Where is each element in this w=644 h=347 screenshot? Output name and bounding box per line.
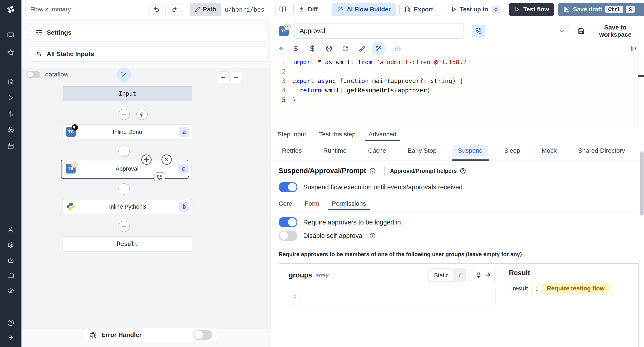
tab-mock[interactable]: Mock — [537, 141, 562, 160]
ai-wand-icon[interactable] — [372, 42, 384, 55]
redo-button[interactable] — [165, 3, 183, 16]
tab-advanced[interactable]: Advanced — [368, 128, 396, 141]
format-brush-icon[interactable] — [359, 45, 366, 52]
chevrons-up-down-icon[interactable] — [292, 294, 298, 300]
tab-retries[interactable]: Retries — [277, 141, 307, 160]
docs-button[interactable] — [276, 3, 290, 16]
tab-runtime[interactable]: Runtime — [318, 141, 352, 160]
field-type: array — [316, 272, 328, 278]
ai-step-wand-button[interactable] — [117, 68, 131, 82]
all-static-inputs-card[interactable]: All Static Inputs — [30, 46, 268, 62]
variables-icon[interactable] — [0, 109, 22, 119]
flow-settings-card[interactable]: Settings — [30, 25, 268, 40]
runs-icon[interactable] — [0, 93, 22, 102]
flow-node-inline-deno[interactable]: TS Inline Deno a — [62, 124, 192, 139]
tab-permissions[interactable]: Permissions — [332, 197, 366, 210]
settings-gear-icon[interactable] — [0, 240, 22, 250]
flow-node-input[interactable]: Input — [62, 86, 192, 101]
undo-button[interactable] — [148, 3, 165, 16]
reload-icon[interactable] — [342, 45, 349, 52]
tab-cache[interactable]: Cache — [363, 141, 391, 160]
library-icon[interactable] — [630, 45, 637, 52]
users-icon[interactable] — [0, 225, 22, 234]
tab-core[interactable]: Core — [278, 197, 292, 210]
windmill-logo[interactable] — [0, 0, 22, 19]
pencil-icon — [194, 6, 200, 12]
sliders-icon — [36, 29, 42, 36]
static-mode-button[interactable]: Static — [429, 270, 454, 281]
deploy-button-partial[interactable] — [638, 3, 644, 16]
error-handler-card[interactable]: Error Handler — [84, 328, 217, 342]
undo-redo-group — [148, 3, 183, 16]
tab-early-stop[interactable]: Early Stop — [403, 141, 442, 160]
add-trigger-button[interactable] — [136, 109, 148, 120]
folders-icon[interactable] — [0, 270, 22, 280]
panel-scrollbar[interactable] — [640, 151, 644, 216]
path-value[interactable]: u/henri/bes — [221, 3, 268, 16]
audit-eye-icon[interactable] — [0, 286, 22, 296]
approval-prompt-helpers-button[interactable]: Approval/Prompt helpers — [384, 164, 471, 177]
groups-array-editor — [289, 288, 496, 305]
diff-button[interactable]: Diff — [294, 3, 323, 16]
dataflow-toggle[interactable] — [26, 71, 40, 78]
tab-step-input[interactable]: Step Input — [278, 128, 306, 141]
move-node-button[interactable] — [141, 154, 152, 165]
tab-sleep[interactable]: Sleep — [499, 141, 525, 160]
save-to-workspace-label: Save to workspace — [588, 24, 643, 38]
path-group: Path u/henri/bes — [190, 3, 268, 16]
kbd-ctrl: Ctrl — [605, 6, 623, 13]
function-mode-button[interactable]: ƒ — [454, 270, 465, 281]
save-draft-button[interactable]: Save draft Ctrl S — [558, 3, 640, 16]
save-to-workspace-button[interactable]: Save to workspace — [576, 24, 644, 38]
package-icon[interactable] — [326, 45, 332, 52]
info-icon[interactable] — [370, 233, 376, 238]
test-up-to-button[interactable]: Test up to c — [446, 3, 505, 16]
apps-icon[interactable] — [0, 30, 22, 40]
suspend-phone-button[interactable] — [472, 25, 486, 37]
add-step-button[interactable] — [118, 109, 130, 120]
code-editor[interactable]: 1import * as wmill from "windmill-client… — [271, 55, 644, 128]
edit-path-button[interactable]: Path — [190, 3, 221, 16]
error-handler-toggle[interactable] — [194, 330, 212, 340]
ai-flow-builder-button[interactable]: AI Flow Builder — [332, 3, 396, 16]
info-icon[interactable] — [370, 168, 376, 174]
favorites-star-icon[interactable] — [0, 48, 22, 58]
tab-shared-directory[interactable]: Shared Directory — [573, 141, 630, 160]
dataflow-label: dataflow — [45, 71, 68, 78]
zoom-out-button[interactable]: − — [230, 72, 242, 83]
add-step-button[interactable] — [118, 183, 130, 194]
delete-node-button[interactable] — [162, 154, 172, 165]
language-select[interactable] — [490, 24, 569, 38]
phone-incoming-suspend-badge[interactable] — [154, 172, 165, 183]
flow-summary-input[interactable] — [26, 3, 140, 16]
groups-array-input[interactable] — [300, 290, 493, 303]
minimap-ruler[interactable] — [638, 55, 644, 128]
flow-node-inline-python[interactable]: Inline Python3 b — [62, 199, 192, 214]
add-step-button[interactable] — [118, 221, 130, 232]
flow-node-result[interactable]: Result — [62, 236, 192, 251]
flow-node-approval[interactable]: TS Approval c — [62, 161, 192, 176]
zoom-in-button[interactable]: + — [217, 72, 229, 83]
resources-icon[interactable] — [0, 125, 22, 135]
tab-test-this-step[interactable]: Test this step — [319, 128, 356, 141]
sparkles-off-icon[interactable] — [394, 45, 401, 52]
add-step-button[interactable] — [118, 146, 130, 157]
require-logged-in-toggle[interactable] — [278, 217, 298, 228]
expand-sidebar-icon[interactable] — [0, 333, 22, 342]
connect-io-group[interactable] — [471, 268, 496, 282]
test-flow-button[interactable]: Test flow — [509, 3, 554, 16]
resources-dollar-icon[interactable] — [309, 45, 316, 52]
workers-bot-icon[interactable] — [0, 255, 22, 265]
step-name-input[interactable] — [294, 23, 464, 39]
suspend-toggle[interactable] — [278, 182, 298, 192]
help-icon[interactable] — [0, 318, 22, 328]
tab-suspend[interactable]: Suspend — [453, 141, 488, 160]
tab-form[interactable]: Form — [305, 197, 319, 210]
step-editor-panel: TS Save to workspace 1import * as wmill … — [271, 19, 644, 347]
home-icon[interactable] — [0, 77, 22, 86]
disable-self-approval-toggle[interactable] — [278, 230, 298, 241]
code-lines: 1import * as wmill from "windmill-client… — [271, 58, 644, 105]
schedules-icon[interactable] — [0, 141, 22, 151]
variables-dollar-icon[interactable] — [292, 45, 299, 52]
export-button[interactable]: Export — [399, 3, 438, 16]
